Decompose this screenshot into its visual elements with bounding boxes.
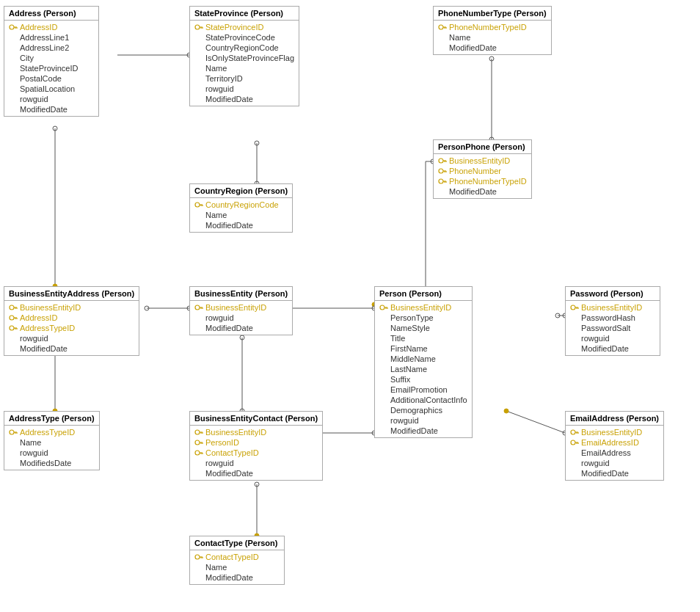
entity-body-BusinessEntityAddress: BusinessEntityID AddressID AddressTypeID… [4, 301, 139, 355]
entity-header-StateProvince: StateProvince (Person) [190, 7, 299, 21]
svg-point-38 [255, 482, 259, 487]
pk-icon [9, 23, 18, 31]
entity-header-Password: Password (Person) [566, 287, 660, 301]
svg-point-96 [195, 430, 200, 434]
entity-header-AddressType: AddressType (Person) [4, 412, 99, 426]
entity-header-BusinessEntityAddress: BusinessEntityAddress (Person) [4, 287, 139, 301]
entity-body-Person: BusinessEntityIDPersonTypeNameStyleTitle… [375, 301, 472, 437]
field-EmailAddress-rowguid: rowguid [566, 458, 663, 468]
field-name-PhoneNumber: PhoneNumber [449, 167, 501, 175]
field-EmailAddress-ModifiedDate: ModifiedDate [566, 468, 663, 478]
svg-point-6 [255, 141, 259, 145]
field-EmailAddress-EmailAddressID: EmailAddressID [566, 437, 663, 448]
field-name-rowguid: rowguid [581, 334, 610, 343]
field-Address-AddressLine2: AddressLine2 [4, 43, 98, 53]
svg-point-104 [195, 451, 200, 455]
pk-icon [9, 429, 18, 436]
entity-body-Password: BusinessEntityIDPasswordHashPasswordSalt… [566, 301, 660, 355]
svg-point-80 [195, 305, 200, 310]
field-name-Name: Name [20, 438, 41, 447]
pk-icon [570, 304, 579, 311]
field-AddressType-AddressTypeID: AddressTypeID [4, 427, 99, 437]
field-name-BusinessEntityID: BusinessEntityID [205, 303, 266, 312]
entity-header-PhoneNumberType: PhoneNumberType (Person) [434, 7, 551, 21]
svg-point-9 [489, 57, 494, 61]
pk-icon [194, 553, 203, 561]
field-Person-ModifiedDate: ModifiedDate [375, 426, 472, 436]
field-name-ModifiedDate: ModifiedDate [205, 221, 253, 230]
field-StateProvince-TerritoryID: TerritoryID [190, 73, 299, 84]
field-name-ModifiedDate: ModifiedDate [20, 105, 68, 114]
field-BusinessEntityAddress-rowguid: rowguid [4, 333, 139, 343]
field-StateProvince-Name: Name [190, 63, 299, 73]
field-CountryRegion-Name: Name [190, 210, 292, 220]
pk-icon [379, 304, 388, 311]
field-name-rowguid: rowguid [20, 448, 48, 457]
field-BusinessEntity-rowguid: rowguid [190, 313, 292, 323]
field-PersonPhone-ModifiedDate: ModifiedDate [434, 186, 531, 197]
field-name-rowguid: rowguid [205, 84, 234, 93]
field-Address-PostalCode: PostalCode [4, 73, 98, 84]
entity-CountryRegion: CountryRegion (Person) CountryRegionCode… [189, 183, 293, 233]
entity-Address: Address (Person) AddressIDAddressLine1Ad… [4, 6, 99, 117]
field-BusinessEntityAddress-AddressTypeID: AddressTypeID [4, 323, 139, 333]
field-name-PasswordSalt: PasswordSalt [581, 324, 630, 332]
field-name-MiddleName: MiddleName [390, 354, 436, 363]
field-ContactType-ContactTypeID: ContactTypeID [190, 552, 284, 562]
entity-body-StateProvince: StateProvinceIDStateProvinceCodeCountryR… [190, 21, 299, 106]
field-name-rowguid: rowguid [205, 313, 234, 322]
field-name-IsOnlyStateProvinceFlag: IsOnlyStateProvinceFlag [205, 54, 294, 62]
entity-body-BusinessEntityContact: BusinessEntityID PersonID ContactTypeIDr… [190, 426, 322, 480]
field-EmailAddress-EmailAddress: EmailAddress [566, 448, 663, 458]
field-name-ModifiedDate: ModifiedDate [581, 344, 629, 353]
field-BusinessEntityAddress-ModifiedDate: ModifiedDate [4, 343, 139, 354]
svg-point-60 [439, 179, 443, 183]
field-Password-BusinessEntityID: BusinessEntityID [566, 302, 660, 313]
field-name-PhoneNumberTypeID: PhoneNumberTypeID [449, 23, 527, 32]
field-Address-StateProvinceID: StateProvinceID [4, 63, 98, 73]
field-BusinessEntityAddress-AddressID: AddressID [4, 313, 139, 323]
field-name-StateProvinceID: StateProvinceID [20, 64, 78, 73]
svg-point-35 [555, 313, 560, 318]
pk-icon [9, 314, 18, 321]
diagram-canvas: Address (Person) AddressIDAddressLine1Ad… [0, 0, 700, 612]
field-BusinessEntity-BusinessEntityID: BusinessEntityID [190, 302, 292, 313]
pk-icon [194, 429, 203, 436]
field-name-StateProvinceID: StateProvinceID [205, 23, 263, 32]
field-Person-PersonType: PersonType [375, 313, 472, 323]
field-BusinessEntityAddress-BusinessEntityID: BusinessEntityID [4, 302, 139, 313]
entity-body-CountryRegion: CountryRegionCodeNameModifiedDate [190, 198, 292, 232]
pk-icon [194, 449, 203, 456]
field-name-ModifiedDate: ModifiedDate [581, 469, 629, 478]
field-name-ModifiedsDate: ModifiedsDate [20, 459, 71, 467]
field-name-FirstName: FirstName [390, 344, 428, 353]
svg-point-84 [380, 305, 384, 310]
field-PersonPhone-PhoneNumberTypeID: PhoneNumberTypeID [434, 176, 531, 186]
field-Person-Title: Title [375, 333, 472, 343]
svg-point-52 [439, 159, 443, 163]
field-Address-rowguid: rowguid [4, 94, 98, 104]
field-name-NameStyle: NameStyle [390, 324, 430, 332]
svg-point-44 [195, 25, 200, 29]
entity-header-ContactType: ContactType (Person) [190, 536, 284, 550]
entity-body-BusinessEntity: BusinessEntityIDrowguidModifiedDate [190, 301, 292, 335]
svg-point-92 [10, 430, 14, 434]
pk-icon [438, 23, 447, 31]
field-Person-NameStyle: NameStyle [375, 323, 472, 333]
field-name-BusinessEntityID: BusinessEntityID [449, 156, 510, 165]
field-PhoneNumberType-PhoneNumberTypeID: PhoneNumberTypeID [434, 22, 551, 32]
field-name-AddressLine1: AddressLine1 [20, 33, 69, 42]
pk-icon [194, 201, 203, 208]
field-name-Name: Name [205, 64, 227, 73]
field-name-PersonType: PersonType [390, 313, 434, 322]
field-name-Title: Title [390, 334, 405, 343]
svg-point-56 [439, 169, 443, 173]
field-name-ContactTypeID: ContactTypeID [205, 448, 259, 457]
field-StateProvince-StateProvinceID: StateProvinceID [190, 22, 299, 32]
entity-body-AddressType: AddressTypeIDNamerowguidModifiedsDate [4, 426, 99, 470]
field-name-EmailAddressID: EmailAddressID [581, 438, 639, 447]
field-Person-AdditionalContactInfo: AdditionalContactInfo [375, 395, 472, 405]
svg-point-40 [10, 25, 14, 29]
field-name-City: City [20, 54, 34, 62]
pk-icon [9, 304, 18, 311]
